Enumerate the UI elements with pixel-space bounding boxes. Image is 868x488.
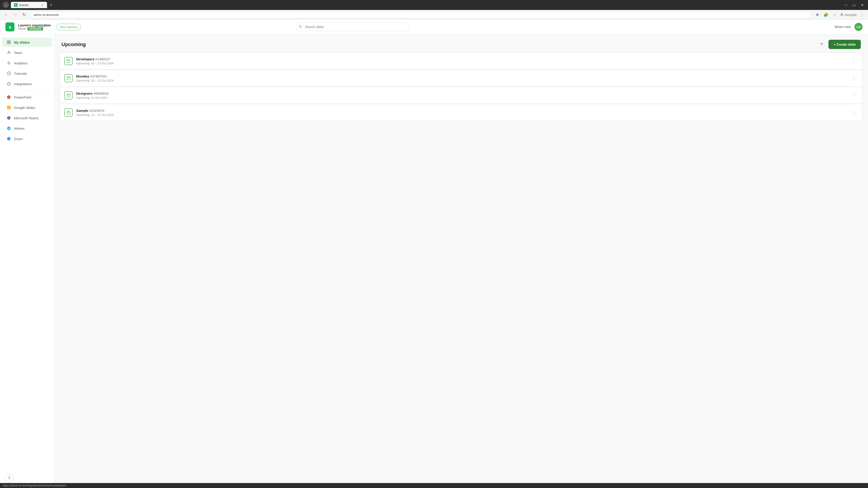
event-calendar-icon bbox=[64, 74, 72, 82]
puzzle-icon bbox=[6, 82, 11, 86]
minimize-button[interactable]: — bbox=[843, 2, 849, 8]
event-info: Sample #2329970 Upcoming: 11 – 12 Oct 20… bbox=[76, 109, 850, 117]
incognito-button[interactable]: Incognito bbox=[840, 13, 857, 17]
svg-point-3 bbox=[299, 25, 301, 27]
upgrade-badge[interactable]: UPGRADE bbox=[27, 27, 43, 31]
event-id: #37867021 bbox=[90, 74, 107, 78]
event-card[interactable]: Designers #8664816 Upcoming: 11 Oct 2024… bbox=[60, 87, 863, 104]
event-more-button[interactable]: ⋮ bbox=[850, 109, 858, 116]
tab-dropdown-button[interactable]: ⌄ bbox=[3, 2, 9, 8]
event-info: Designers #8664816 Upcoming: 11 Oct 2024 bbox=[76, 92, 850, 99]
menu-button[interactable]: ⋮ bbox=[859, 11, 865, 18]
sidebar-item-powerpoint[interactable]: P PowerPoint bbox=[2, 92, 52, 102]
avatar[interactable]: LD bbox=[855, 23, 863, 31]
content-header: Upcoming + Create slido bbox=[54, 34, 868, 53]
powerpoint-icon: P bbox=[6, 95, 11, 99]
address-bar: ← → ↻ admin.sli.do/events ★ 🧩 ↓ Incognit… bbox=[0, 10, 868, 20]
back-button[interactable]: ← bbox=[3, 11, 9, 18]
sidebar-item-microsoft-teams[interactable]: T Microsoft Teams bbox=[2, 113, 52, 123]
restore-button[interactable]: ▭ bbox=[851, 2, 857, 8]
whats-new-button[interactable]: What's new bbox=[835, 25, 851, 29]
tab-bar: S Events ✕ + bbox=[11, 2, 841, 8]
event-date: Upcoming: 10 – 13 Oct 2024 bbox=[76, 62, 850, 65]
sidebar-item-label: PowerPoint bbox=[14, 95, 31, 99]
svg-rect-36 bbox=[67, 111, 70, 114]
svg-rect-8 bbox=[9, 43, 10, 44]
svg-text:W: W bbox=[8, 128, 10, 129]
help-button[interactable]: ? bbox=[4, 474, 13, 483]
extensions-button[interactable]: 🧩 bbox=[823, 11, 829, 18]
grid-icon bbox=[6, 40, 11, 44]
sidebar-item-label: Google Slides bbox=[14, 106, 35, 109]
tutorials-icon bbox=[6, 71, 11, 75]
event-card[interactable]: Developers #1480327 Upcoming: 10 – 13 Oc… bbox=[60, 53, 863, 69]
logo-svg: s bbox=[5, 22, 14, 31]
sidebar-item-my-slidos[interactable]: My Slidos bbox=[2, 37, 52, 47]
event-date: Upcoming: 11 – 12 Oct 2024 bbox=[76, 113, 850, 117]
event-name: Sample #2329970 bbox=[76, 109, 850, 112]
event-date: Upcoming: 11 Oct 2024 bbox=[76, 96, 850, 99]
active-tab[interactable]: S Events ✕ bbox=[11, 2, 47, 8]
sidebar-item-webex[interactable]: W Webex bbox=[2, 124, 52, 133]
event-more-button[interactable]: ⋮ bbox=[850, 57, 858, 65]
sidebar-item-zoom[interactable]: Z Zoom bbox=[2, 134, 52, 143]
svg-rect-5 bbox=[7, 41, 8, 42]
forward-button[interactable]: → bbox=[12, 11, 19, 18]
search-bar bbox=[296, 23, 409, 31]
chart-icon bbox=[6, 61, 11, 65]
status-bar: https://admin.sli.do/integrations/micros… bbox=[0, 483, 868, 487]
event-more-button[interactable]: ⋮ bbox=[850, 74, 858, 82]
filter-button[interactable] bbox=[817, 40, 826, 48]
content-area: Upcoming + Create slido bbox=[54, 34, 868, 487]
event-date: Upcoming: 10 – 13 Oct 2024 bbox=[76, 79, 850, 82]
sidebar-item-team[interactable]: Team bbox=[2, 48, 52, 57]
header-actions: + Create slido bbox=[817, 40, 861, 49]
event-id: #2329970 bbox=[89, 109, 104, 112]
sidebar-spacer bbox=[0, 144, 54, 472]
search-input[interactable] bbox=[296, 23, 409, 31]
sidebar-item-analytics[interactable]: Analytics bbox=[2, 58, 52, 68]
app-header: s Lauren's organization Owner UPGRADE Ne… bbox=[0, 20, 868, 34]
sidebar-item-label: Webex bbox=[14, 127, 24, 130]
sidebar-item-label: Microsoft Teams bbox=[14, 116, 39, 120]
url-bar[interactable]: admin.sli.do/events bbox=[30, 11, 812, 18]
sidebar-item-google-slides[interactable]: G Google Slides bbox=[2, 103, 52, 112]
svg-rect-28 bbox=[67, 77, 70, 80]
event-card[interactable]: Sample #2329970 Upcoming: 11 – 12 Oct 20… bbox=[60, 104, 863, 121]
browser-chrome: ⌄ S Events ✕ + — ▭ ✕ bbox=[0, 0, 868, 10]
close-button[interactable]: ✕ bbox=[859, 2, 865, 8]
header-right: What's new LD bbox=[835, 23, 863, 31]
svg-text:P: P bbox=[8, 96, 9, 98]
reload-button[interactable]: ↻ bbox=[21, 11, 28, 18]
incognito-label: Incognito bbox=[845, 13, 857, 17]
svg-text:G: G bbox=[8, 107, 9, 109]
bookmark-button[interactable]: ★ bbox=[814, 11, 821, 18]
url-text: admin.sli.do/events bbox=[34, 13, 59, 17]
event-calendar-icon bbox=[64, 108, 72, 117]
ms-teams-icon: T bbox=[6, 116, 11, 120]
zoom-icon: Z bbox=[6, 137, 11, 141]
app-container: s Lauren's organization Owner UPGRADE Ne… bbox=[0, 20, 868, 487]
svg-text:Z: Z bbox=[8, 138, 9, 140]
tab-close-button[interactable]: ✕ bbox=[41, 3, 44, 7]
new-tab-button[interactable]: + bbox=[48, 2, 54, 8]
event-name: Moodoy #37867021 bbox=[76, 74, 850, 78]
org-info: Lauren's organization Owner UPGRADE bbox=[18, 24, 51, 31]
browser-actions: ★ 🧩 ↓ Incognito ⋮ bbox=[814, 11, 865, 18]
slido-logo: s bbox=[5, 22, 14, 31]
event-more-button[interactable]: ⋮ bbox=[850, 92, 858, 99]
event-id: #8664816 bbox=[94, 92, 109, 95]
search-icon bbox=[298, 25, 302, 29]
event-calendar-icon bbox=[64, 91, 72, 99]
sidebar-item-label: My Slidos bbox=[14, 40, 30, 44]
sidebar-item-tutorials[interactable]: Tutorials bbox=[2, 69, 52, 78]
create-slido-button[interactable]: + Create slido bbox=[829, 40, 861, 49]
svg-rect-24 bbox=[67, 60, 70, 63]
svg-point-0 bbox=[841, 13, 842, 15]
downloads-button[interactable]: ↓ bbox=[831, 11, 838, 18]
sidebar-item-integrations[interactable]: Integrations bbox=[2, 79, 52, 89]
svg-point-9 bbox=[8, 51, 9, 53]
event-card[interactable]: Moodoy #37867021 Upcoming: 10 – 13 Oct 2… bbox=[60, 70, 863, 87]
new-interface-button[interactable]: New interface bbox=[56, 24, 81, 30]
sidebar-item-label: Zoom bbox=[14, 137, 23, 141]
